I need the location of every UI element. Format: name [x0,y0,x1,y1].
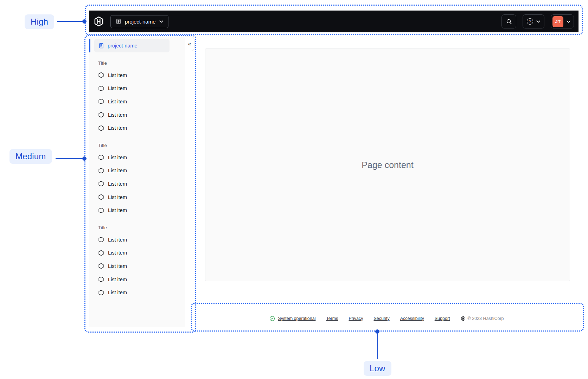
sidebar-list-item[interactable]: List item [89,121,185,135]
sidebar-active-row: project-name [89,39,185,52]
list-item-label: List item [108,85,127,91]
footer-link[interactable]: Privacy [349,316,363,321]
collapse-sidebar-button[interactable]: « [185,37,194,51]
hexagon-icon [98,250,104,256]
avatar: JT [552,16,563,27]
annotation-label-high: High [25,14,54,29]
chevrons-left-icon: « [188,41,191,47]
project-selector-label: project-name [125,19,156,25]
connector-dot-medium [82,156,87,161]
hexagon-icon [98,194,104,200]
sidebar-list-item[interactable]: List item [89,246,185,260]
list-item-label: List item [108,194,127,200]
section-list: List item List item List item List item [89,233,185,299]
document-icon [98,43,104,49]
connector-line-high [57,21,84,22]
chevron-down-icon [159,20,163,23]
sidebar-list-item[interactable]: List item [89,177,185,191]
list-item-label: List item [108,168,127,173]
footer: System operational Terms Privacy Securit… [185,309,588,328]
sidebar-list-item[interactable]: List item [89,82,185,95]
sidebar-list-item[interactable]: List item [89,204,185,217]
hashicorp-logo-small-icon [461,316,466,321]
section-list: List item List item List item List item [89,69,185,135]
sidebar-list-item[interactable]: List item [89,164,185,178]
hexagon-icon [98,263,104,269]
document-icon [116,19,121,24]
connector-line-medium [56,158,83,159]
sidebar-sections: Title List item List item List item [89,60,185,299]
search-icon [506,19,512,25]
sidebar-list-item[interactable]: List item [89,286,185,299]
sidebar: project-name Title List item List item L… [89,37,185,327]
section-list: List item List item List item List item [89,151,185,217]
section-title: Title [98,225,185,230]
list-item-label: List item [108,290,127,295]
hashicorp-logo-icon[interactable] [94,16,104,27]
section-title: Title [98,60,185,66]
hexagon-icon [98,85,104,91]
help-menu-button[interactable]: ? [523,14,544,28]
sidebar-item-label: project-name [108,43,138,49]
check-circle-icon [269,316,275,321]
list-item-label: List item [108,263,127,269]
copyright-text: © 2023 HashiCorp [468,316,504,321]
active-indicator-bar [89,39,90,52]
list-item-label: List item [108,99,127,104]
list-item-label: List item [108,125,127,131]
list-item-label: List item [108,207,127,213]
footer-link[interactable]: Terms [326,316,338,321]
hexagon-icon [98,72,104,78]
account-menu-button[interactable]: JT [551,14,574,28]
hexagon-icon [98,207,104,213]
status-label: System operational [278,316,315,321]
sidebar-list-item[interactable]: List item [89,191,185,204]
search-button[interactable] [501,14,516,28]
sidebar-list-item[interactable]: List item [89,259,185,273]
sidebar-list-item[interactable]: List item [89,95,185,108]
list-item-label: List item [108,237,127,243]
hexagon-icon [98,125,104,131]
hexagon-icon [98,290,104,296]
list-item-label: List item [108,250,127,256]
canvas: { "annotations": { "high_label": "High",… [0,0,588,379]
status-link[interactable]: System operational [269,316,315,321]
sidebar-list-item[interactable]: List item [89,151,185,164]
page-content-placeholder: Page content [362,160,413,170]
sidebar-list-item[interactable]: List item [89,69,185,82]
footer-link[interactable]: Accessibility [400,316,424,321]
list-item-label: List item [108,277,127,282]
footer-link[interactable]: Support [435,316,450,321]
sidebar-list-item[interactable]: List item [89,233,185,246]
project-selector-button[interactable]: project-name [110,15,168,28]
list-item-label: List item [108,181,127,187]
connector-dot-high [82,19,87,24]
copyright: © 2023 HashiCorp [461,316,504,321]
list-item-label: List item [108,112,127,118]
connector-line-low [377,331,378,359]
hexagon-icon [98,168,104,174]
sidebar-section: Title List item List item List item [89,225,185,299]
sidebar-section: Title List item List item List item [89,143,185,217]
hexagon-icon [98,237,104,243]
help-icon: ? [527,18,533,25]
annotation-label-medium: Medium [9,149,52,164]
section-title: Title [98,143,185,148]
sidebar-item-project[interactable]: project-name [94,39,170,52]
list-item-label: List item [108,72,127,78]
sidebar-list-item[interactable]: List item [89,108,185,122]
sidebar-list-item[interactable]: List item [89,273,185,286]
list-item-label: List item [108,155,127,160]
sidebar-section: Title List item List item List item [89,60,185,135]
footer-link[interactable]: Security [374,316,390,321]
main-content-card: Page content [205,49,570,281]
hexagon-icon [98,181,104,187]
chevron-down-icon [567,20,570,23]
top-navbar: project-name ? JT [89,11,579,32]
connector-dot-low [375,329,379,334]
hexagon-icon [98,98,104,104]
chevron-down-icon [536,20,540,23]
hexagon-icon [98,154,104,160]
hexagon-icon [98,276,104,282]
hexagon-icon [98,112,104,118]
